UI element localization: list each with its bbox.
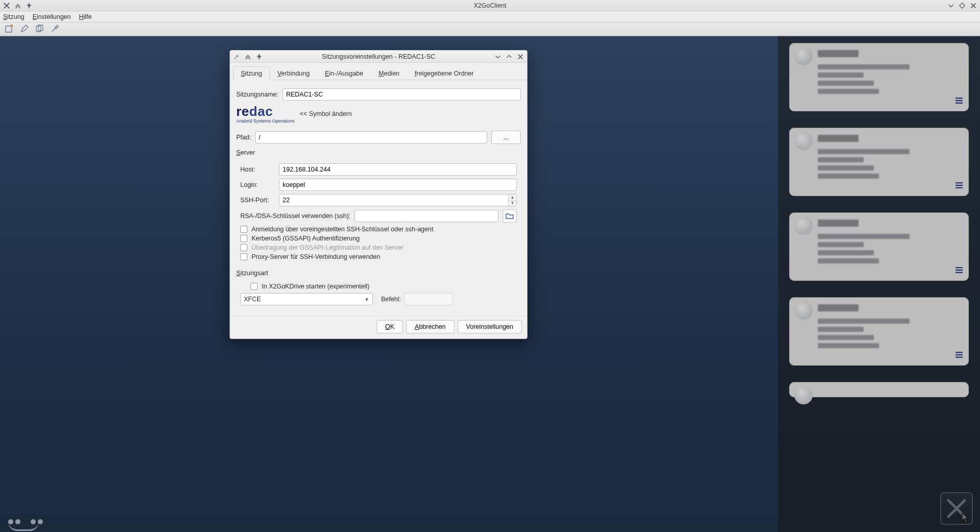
gssapi-deleg-checkbox xyxy=(240,244,247,251)
dialog-titlebar: Sitzungsvoreinstellungen - REDAC1-SC xyxy=(230,51,527,63)
caret-up-double-icon[interactable] xyxy=(244,53,252,60)
chevron-down-icon: ▼ xyxy=(364,297,369,302)
window-title: X2GoClient xyxy=(36,2,944,9)
svg-rect-0 xyxy=(6,26,12,32)
maximize-icon[interactable] xyxy=(959,2,966,9)
minimize-icon[interactable] xyxy=(947,2,954,9)
kerberos-checkbox[interactable] xyxy=(240,235,247,242)
tab-medien[interactable]: Medien xyxy=(371,66,407,80)
cancel-button[interactable]: Abbrechen xyxy=(406,320,454,333)
gssapi-deleg-label: Übertragung der GSSAPI-Legitimation auf … xyxy=(252,244,404,251)
change-symbol-link[interactable]: << Symbol ändern xyxy=(300,110,352,117)
tab-einaus[interactable]: Ein-/Ausgabe xyxy=(317,66,371,80)
settings-icon[interactable] xyxy=(50,24,60,34)
dialog-title: Sitzungsvoreinstellungen - REDAC1-SC xyxy=(263,53,494,60)
sessiontype-heading: Sitzungsart xyxy=(236,270,521,277)
preset-key-label: Anmeldung über voreingestellten SSH-Schl… xyxy=(252,226,433,233)
dialog-maximize-icon[interactable] xyxy=(506,53,513,60)
new-session-icon[interactable] xyxy=(4,24,14,34)
pin-icon[interactable] xyxy=(26,2,33,9)
session-name-label: Sitzungsname: xyxy=(236,91,279,98)
main-menubar: Sitzung Einstellungen Hilfe xyxy=(0,11,980,22)
main-titlebar: X2GoClient xyxy=(0,0,980,11)
menu-einstellungen[interactable]: Einstellungen xyxy=(33,13,71,20)
login-label: Login: xyxy=(240,181,275,188)
proxy-label: Proxy-Server für SSH-Verbindung verwende… xyxy=(252,253,380,260)
sshport-input[interactable] xyxy=(279,194,517,206)
menu-hilfe[interactable]: Hilfe xyxy=(79,13,92,20)
brand-subtext: Anabrid Systems Operations xyxy=(236,118,295,124)
befehl-input xyxy=(404,293,453,305)
main-toolbar xyxy=(0,22,980,36)
prefs-button[interactable]: Voreinstellungen xyxy=(458,320,522,333)
main-window: X2GoClient Sitzung Einstellungen Hilfe xyxy=(0,0,980,532)
sshport-spinner[interactable]: ▲▼ xyxy=(508,195,516,206)
sshport-label: SSH-Port: xyxy=(240,197,275,204)
rsa-label: RSA-/DSA-Schlüssel verwenden (ssh): xyxy=(240,212,350,220)
close-icon[interactable] xyxy=(970,2,977,9)
login-input[interactable] xyxy=(279,179,517,191)
pin-icon[interactable] xyxy=(256,53,263,60)
kerberos-label: Kerberos5 (GSSAPI) Authentifizierung xyxy=(252,235,360,242)
rsa-key-input[interactable] xyxy=(355,210,498,222)
server-heading: Server xyxy=(236,149,521,156)
befehl-label: Befehl: xyxy=(381,296,401,303)
desktop-select[interactable]: XFCE ▼ xyxy=(240,293,373,305)
proxy-checkbox[interactable] xyxy=(240,253,247,260)
kdrive-checkbox[interactable] xyxy=(250,283,258,290)
host-input[interactable] xyxy=(279,163,517,176)
dialog-minimize-icon[interactable] xyxy=(494,53,501,60)
browse-path-button[interactable]: ... xyxy=(491,131,521,144)
preset-key-checkbox[interactable] xyxy=(240,226,247,233)
desktop-select-value: XFCE xyxy=(244,296,261,303)
session-name-input[interactable] xyxy=(283,88,521,101)
folder-open-icon[interactable] xyxy=(502,209,517,223)
edit-session-icon[interactable] xyxy=(19,24,30,34)
dialog-app-icon[interactable] xyxy=(233,53,240,60)
kdrive-label: In X2GoKDrive starten (experimentell) xyxy=(262,283,369,290)
dialog-button-bar: OK Abbrechen Voreinstellungen xyxy=(230,316,527,338)
session-prefs-dialog: Sitzungsvoreinstellungen - REDAC1-SC Sit… xyxy=(230,50,527,339)
dialog-tabs: Sitzung Verbindung Ein-/Ausgabe Medien f… xyxy=(230,63,527,80)
duplicate-session-icon[interactable] xyxy=(35,24,45,34)
tab-sitzung[interactable]: Sitzung xyxy=(233,66,270,80)
tab-verbindung[interactable]: Verbindung xyxy=(270,66,317,80)
dialog-close-icon[interactable] xyxy=(517,53,524,60)
caret-up-double-icon[interactable] xyxy=(14,2,21,9)
tab-ordner[interactable]: freigegebene Ordner xyxy=(407,66,481,80)
canvas-area: Sitzungsvoreinstellungen - REDAC1-SC Sit… xyxy=(0,36,980,532)
host-label: Host: xyxy=(240,166,275,173)
menu-sitzung[interactable]: Sitzung xyxy=(3,13,24,20)
pfad-label: Pfad: xyxy=(236,134,251,141)
app-menu-icon[interactable] xyxy=(3,2,10,9)
ok-button[interactable]: OK xyxy=(376,320,403,333)
session-logo: redac Anabrid Systems Operations xyxy=(236,104,295,124)
pfad-input[interactable] xyxy=(255,131,487,143)
svg-point-3 xyxy=(56,25,58,27)
